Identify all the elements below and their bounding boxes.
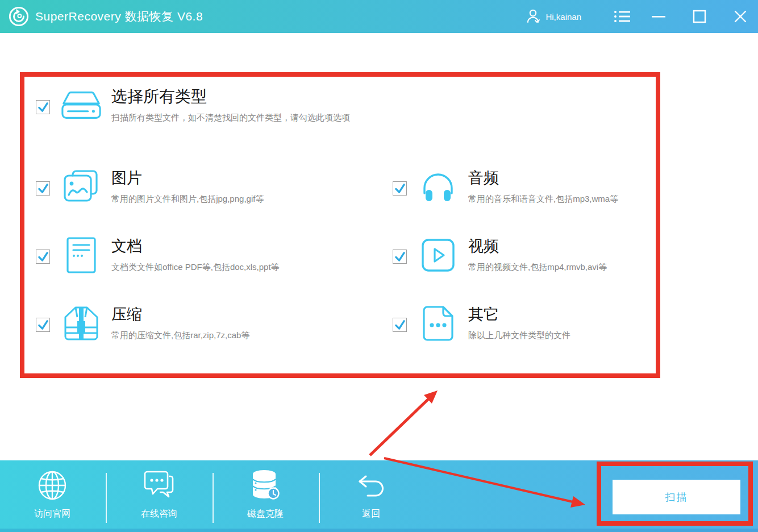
checkbox-archive[interactable] — [36, 318, 50, 332]
file-type-title: 视频 — [468, 236, 607, 256]
user-name: Hi,kainan — [545, 12, 581, 22]
file-type-item-audio[interactable]: 音频 常用的音乐和语音文件,包括mp3,wma等 — [391, 167, 618, 206]
checkbox-audio[interactable] — [393, 181, 407, 196]
file-type-title: 文档 — [111, 236, 280, 256]
visit-website-button[interactable]: 访问官网 — [13, 468, 92, 520]
nav-label: 磁盘克隆 — [247, 508, 284, 520]
file-type-item-document[interactable]: 文档 文档类文件如office PDF等,包括doc,xls,ppt等 — [34, 235, 280, 275]
maximize-icon — [693, 10, 706, 23]
checkbox-document[interactable] — [36, 250, 50, 264]
title-bar: SuperRecovery 数据恢复 V6.8 Hi,kainan — [0, 0, 758, 33]
file-type-desc: 扫描所有类型文件，如不清楚找回的文件类型，请勾选此项选项 — [111, 113, 350, 123]
file-type-item-picture[interactable]: 图片 常用的图片文件和图片,包括jpg,png,gif等 — [34, 167, 264, 206]
file-type-desc: 常用的音乐和语音文件,包括mp3,wma等 — [468, 194, 618, 205]
back-arrow-icon — [357, 468, 385, 500]
disk-clone-icon — [251, 468, 280, 500]
document-icon — [60, 236, 102, 275]
close-button[interactable] — [731, 7, 750, 26]
other-file-icon — [417, 304, 459, 343]
app-title: SuperRecovery 数据恢复 V6.8 — [35, 9, 203, 24]
drive-icon — [60, 86, 102, 125]
nav-label: 返回 — [362, 508, 380, 520]
online-consult-button[interactable]: 在线咨询 — [119, 468, 199, 520]
picture-icon — [60, 168, 102, 206]
back-button[interactable]: 返回 — [331, 468, 411, 520]
close-icon — [734, 10, 747, 23]
file-type-item-archive[interactable]: 压缩 常用的压缩文件,包括rar,zip,7z,cab等 — [34, 303, 249, 343]
checkbox-picture[interactable] — [36, 181, 50, 196]
zip-icon — [60, 304, 102, 343]
app-logo-icon — [8, 6, 30, 27]
file-type-item-video[interactable]: 视频 常用的视频文件,包括mp4,rmvb,avi等 — [391, 235, 607, 275]
menu-button[interactable] — [613, 7, 632, 26]
file-type-title: 选择所有类型 — [111, 86, 350, 107]
disk-clone-button[interactable]: 磁盘克隆 — [226, 468, 305, 520]
file-type-desc: 常用的视频文件,包括mp4,rmvb,avi等 — [468, 262, 607, 273]
scan-button-label: 扫描 — [665, 491, 688, 504]
checkbox-other[interactable] — [393, 318, 407, 332]
user-account[interactable]: Hi,kainan — [526, 9, 581, 24]
toolbar-divider — [319, 473, 320, 523]
file-type-title: 音频 — [468, 168, 618, 188]
maximize-button[interactable] — [690, 7, 709, 26]
nav-label: 在线咨询 — [141, 508, 177, 520]
scan-button[interactable]: 扫描 — [613, 480, 740, 514]
globe-icon — [38, 468, 67, 500]
file-type-title: 其它 — [468, 304, 570, 325]
chat-icon — [144, 468, 174, 500]
user-icon — [526, 9, 541, 24]
toolbar-divider — [106, 473, 107, 523]
checkbox-video[interactable] — [393, 250, 407, 264]
file-type-desc: 常用的压缩文件,包括rar,zip,7z,cab等 — [111, 330, 249, 341]
file-type-desc: 常用的图片文件和图片,包括jpg,png,gif等 — [111, 194, 264, 205]
minimize-icon — [651, 9, 666, 24]
video-icon — [417, 236, 459, 275]
menu-list-icon — [614, 10, 631, 23]
file-type-desc: 文档类文件如office PDF等,包括doc,xls,ppt等 — [111, 262, 280, 273]
file-type-item-all[interactable]: 选择所有类型 扫描所有类型文件，如不清楚找回的文件类型，请勾选此项选项 — [34, 85, 350, 125]
file-type-desc: 除以上几种文件类型的文件 — [468, 330, 570, 341]
file-type-title: 压缩 — [111, 304, 249, 325]
checkbox-all-types[interactable] — [36, 100, 50, 114]
minimize-button[interactable] — [649, 7, 668, 26]
file-type-title: 图片 — [111, 168, 264, 188]
toolbar-divider — [213, 473, 214, 523]
nav-label: 访问官网 — [34, 508, 70, 520]
headphones-icon — [417, 168, 459, 206]
file-type-item-other[interactable]: 其它 除以上几种文件类型的文件 — [391, 303, 570, 343]
